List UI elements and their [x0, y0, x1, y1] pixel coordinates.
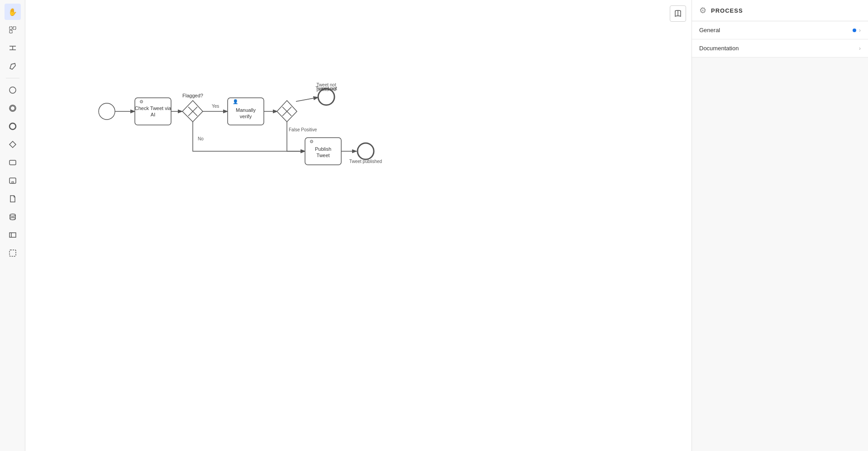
gateway-tool[interactable]	[5, 136, 21, 153]
svg-rect-1	[13, 27, 16, 29]
gateway1-label: Flagged?	[182, 93, 203, 98]
panel-gear-icon: ⚙	[699, 5, 706, 15]
task2-label-line2: verify	[240, 114, 252, 119]
general-label: General	[699, 27, 720, 34]
data-store-tool[interactable]	[5, 209, 21, 225]
subprocess-tool[interactable]	[5, 173, 21, 189]
edge-gw2-task3	[287, 122, 305, 151]
end-event-published[interactable]	[358, 143, 374, 159]
end1-label-bottom: published	[317, 87, 336, 92]
svg-rect-11	[10, 160, 16, 165]
end-event-tool[interactable]	[5, 118, 21, 134]
svg-point-14	[10, 214, 15, 216]
general-section[interactable]: General ›	[692, 21, 868, 39]
task-publish-tweet[interactable]: ⚙ Publish Tweet	[305, 138, 341, 165]
user-task-icon: 👤	[233, 99, 238, 105]
task-check-tweet[interactable]: ⚙ Check Tweet via AI	[135, 98, 172, 125]
svg-rect-12	[10, 178, 16, 183]
start-event[interactable]	[99, 103, 115, 120]
task-manually-verify[interactable]: 👤 Manually verify	[228, 98, 264, 125]
edge-label-false-positive: False Positive	[289, 127, 317, 132]
task3-label-line2: Tweet	[316, 153, 329, 158]
svg-rect-18	[10, 233, 16, 237]
gateway-flagged[interactable]: Flagged?	[182, 93, 203, 122]
svg-rect-0	[10, 27, 12, 29]
end2-label: Tweet published	[349, 159, 382, 164]
general-section-right: ›	[853, 27, 861, 34]
edge-label-no: No	[198, 136, 204, 141]
gateway-unnamed[interactable]	[277, 101, 297, 122]
hand-tool[interactable]: ✋	[5, 4, 21, 20]
task2-label-line1: Manually	[236, 107, 256, 113]
service-task-icon: ⚙	[139, 99, 143, 104]
group-tool[interactable]	[5, 245, 21, 261]
intermediate-event-tool[interactable]	[5, 100, 21, 116]
start-event-tool[interactable]	[5, 82, 21, 98]
edge-gw1-task3	[193, 122, 305, 151]
general-chevron: ›	[859, 27, 861, 34]
task1-label-line2: AI	[151, 112, 155, 117]
svg-rect-20	[10, 250, 16, 256]
selection-tool[interactable]	[5, 22, 21, 38]
documentation-section[interactable]: Documentation ›	[692, 39, 868, 58]
documentation-chevron: ›	[859, 45, 861, 52]
svg-rect-13	[12, 182, 14, 183]
pool-tool[interactable]	[5, 227, 21, 243]
documentation-label: Documentation	[699, 45, 739, 52]
edge-label-yes: Yes	[212, 104, 219, 109]
right-panel: ⚙ PROCESS General › Documentation ›	[692, 0, 868, 451]
svg-point-6	[10, 87, 16, 93]
task-tool[interactable]	[5, 154, 21, 171]
publish-task-icon: ⚙	[310, 139, 314, 144]
bpmn-diagram[interactable]: Yes No False Positive ⚙ Check Tweet via …	[25, 0, 692, 451]
svg-rect-2	[10, 30, 12, 33]
data-object-tool[interactable]	[5, 191, 21, 207]
documentation-section-right: ›	[859, 45, 861, 52]
panel-title: PROCESS	[711, 7, 743, 14]
pencil-tool[interactable]	[5, 58, 21, 74]
canvas-area[interactable]: Yes No False Positive ⚙ Check Tweet via …	[25, 0, 692, 451]
svg-marker-10	[10, 141, 16, 148]
task1-label-line1: Check Tweet via	[135, 106, 172, 111]
panel-header: ⚙ PROCESS	[692, 0, 868, 21]
align-tool[interactable]	[5, 40, 21, 56]
svg-point-9	[10, 123, 16, 130]
svg-point-8	[10, 106, 15, 110]
task3-label-line1: Publish	[315, 146, 331, 152]
edge-gw2-end1	[296, 97, 318, 101]
svg-point-17	[10, 218, 15, 220]
left-toolbar: ✋	[0, 0, 25, 451]
general-dot	[853, 29, 856, 32]
